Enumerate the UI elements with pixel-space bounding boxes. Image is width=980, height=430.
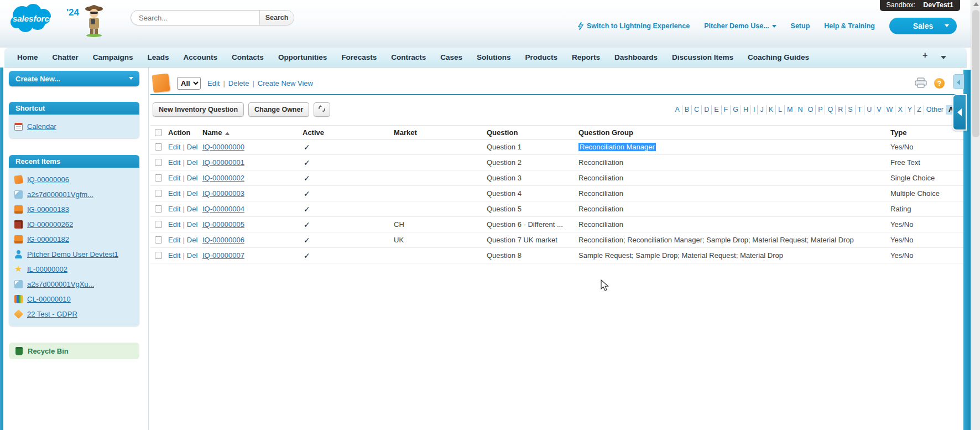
nav-tab[interactable]: Discussion Items — [665, 48, 741, 68]
record-name-link[interactable]: IQ-00000005 — [202, 220, 244, 229]
nav-tab[interactable]: Opportunities — [271, 48, 335, 68]
printer-icon[interactable] — [914, 77, 927, 89]
column-header-name[interactable]: Name — [201, 128, 301, 137]
alphabet-filter-link[interactable]: Other — [924, 105, 946, 115]
edit-link[interactable]: Edit — [168, 220, 180, 229]
record-name-link[interactable]: IQ-00000004 — [202, 205, 244, 213]
app-menu-button[interactable]: Sales — [889, 18, 957, 34]
del-link[interactable]: Del — [187, 205, 198, 213]
row-checkbox[interactable] — [155, 252, 162, 259]
del-link[interactable]: Del — [187, 220, 198, 229]
alphabet-filter-link[interactable]: F — [722, 105, 731, 115]
select-all-checkbox[interactable] — [155, 129, 162, 136]
recent-item-link[interactable]: IL-00000002 — [27, 265, 67, 273]
nav-tab[interactable]: Products — [518, 48, 565, 68]
alphabet-filter-link[interactable]: R — [836, 105, 846, 115]
collapse-panel-tab-small[interactable] — [953, 74, 964, 89]
nav-tab[interactable]: Contracts — [384, 48, 433, 68]
record-name-link[interactable]: IQ-00000000 — [202, 143, 244, 151]
alphabet-filter-link[interactable]: W — [884, 105, 896, 115]
nav-tab[interactable]: Accounts — [176, 48, 225, 68]
record-name-link[interactable]: IQ-00000001 — [202, 158, 244, 167]
nav-tab[interactable]: Reports — [565, 48, 607, 68]
recent-item-link[interactable]: CL-00000010 — [27, 295, 71, 303]
alphabet-filter-link[interactable]: P — [816, 105, 825, 115]
column-header-action[interactable]: Action — [167, 128, 201, 137]
edit-link[interactable]: Edit — [168, 205, 180, 213]
del-link[interactable]: Del — [187, 251, 198, 260]
nav-tab[interactable]: Home — [10, 48, 45, 68]
alphabet-filter-link[interactable]: B — [682, 105, 692, 115]
shortcut-link[interactable]: Calendar — [27, 122, 56, 131]
del-link[interactable]: Del — [187, 236, 198, 244]
column-header-active[interactable]: Active — [301, 128, 393, 137]
collapse-sidebar-tab[interactable] — [952, 94, 967, 131]
create-new-view-link[interactable]: Create New View — [258, 79, 313, 87]
alphabet-filter-link[interactable]: Q — [825, 105, 836, 115]
column-header-market[interactable]: Market — [393, 128, 486, 137]
recent-item-link[interactable]: 22 Test - GDPR — [27, 310, 77, 318]
recent-item-link[interactable]: Pitcher Demo User Devtest1 — [27, 250, 118, 258]
scrollbar-thumb[interactable] — [972, 10, 979, 137]
row-checkbox[interactable] — [155, 205, 162, 213]
alphabet-filter-link[interactable]: J — [758, 105, 766, 115]
row-checkbox[interactable] — [155, 221, 162, 228]
tab-overflow-chevron-icon[interactable] — [941, 56, 946, 59]
new-inventory-question-button[interactable]: New Inventory Question — [153, 102, 244, 117]
alphabet-filter-link[interactable]: E — [712, 105, 721, 115]
row-checkbox[interactable] — [155, 143, 162, 151]
refresh-button[interactable] — [314, 102, 330, 117]
view-edit-link[interactable]: Edit — [207, 79, 220, 87]
setup-link[interactable]: Setup — [791, 22, 810, 30]
nav-tab[interactable]: Solutions — [470, 48, 518, 68]
view-select[interactable]: All — [177, 77, 201, 90]
alphabet-filter-link[interactable]: A — [673, 105, 682, 115]
vertical-scrollbar[interactable] — [971, 0, 980, 430]
row-checkbox[interactable] — [155, 174, 162, 182]
edit-link[interactable]: Edit — [168, 143, 180, 151]
del-link[interactable]: Del — [187, 174, 198, 182]
alphabet-filter-link[interactable]: D — [702, 105, 712, 115]
row-checkbox[interactable] — [155, 190, 162, 197]
alphabet-filter-link[interactable]: Z — [915, 105, 924, 115]
alphabet-filter-link[interactable]: G — [731, 105, 741, 115]
nav-tab[interactable]: Leads — [140, 48, 176, 68]
row-checkbox[interactable] — [155, 159, 162, 166]
record-name-link[interactable]: IQ-00000002 — [202, 174, 244, 182]
recent-item-link[interactable]: a2s7d000001VgXu... — [27, 280, 94, 288]
recent-item-link[interactable]: IO-000000262 — [27, 220, 73, 229]
recent-item-link[interactable]: IG-00000183 — [27, 205, 69, 214]
record-name-link[interactable]: IQ-00000007 — [202, 251, 244, 260]
recent-item-link[interactable]: IG-00000182 — [27, 235, 69, 244]
alphabet-filter-link[interactable]: U — [864, 105, 874, 115]
recent-item-link[interactable]: a2s7d000001Vgfm... — [27, 190, 93, 199]
alphabet-filter-link[interactable]: I — [751, 105, 758, 115]
search-input[interactable] — [131, 11, 259, 25]
nav-tab[interactable]: Campaigns — [86, 48, 140, 68]
help-training-link[interactable]: Help & Training — [824, 22, 875, 30]
nav-tab[interactable]: Dashboards — [607, 48, 665, 68]
alphabet-filter-link[interactable]: M — [785, 105, 795, 115]
edit-link[interactable]: Edit — [168, 158, 180, 167]
alphabet-filter-link[interactable]: O — [805, 105, 816, 115]
edit-link[interactable]: Edit — [168, 236, 180, 244]
del-link[interactable]: Del — [187, 189, 198, 198]
nav-tab[interactable]: Forecasts — [334, 48, 384, 68]
alphabet-filter-link[interactable]: N — [795, 105, 805, 115]
column-header-question-group[interactable]: Question Group — [577, 128, 889, 137]
alphabet-filter-link[interactable]: X — [895, 105, 905, 115]
add-tab-button[interactable]: + — [915, 50, 935, 60]
help-icon[interactable]: ? — [934, 78, 945, 89]
search-button[interactable]: Search — [259, 11, 294, 25]
del-link[interactable]: Del — [187, 158, 198, 167]
record-name-link[interactable]: IQ-00000003 — [202, 189, 244, 198]
switch-to-lightning-link[interactable]: Switch to Lightning Experience — [577, 22, 690, 30]
alphabet-filter-link[interactable]: L — [776, 105, 785, 115]
alphabet-filter-link[interactable]: Y — [905, 105, 915, 115]
edit-link[interactable]: Edit — [168, 251, 180, 260]
create-new-button[interactable]: Create New... — [9, 71, 139, 86]
nav-tab[interactable]: Coaching Guides — [741, 48, 816, 68]
nav-tab[interactable]: Contacts — [225, 48, 271, 68]
edit-link[interactable]: Edit — [168, 174, 180, 182]
recycle-bin[interactable]: Recycle Bin — [9, 343, 139, 359]
